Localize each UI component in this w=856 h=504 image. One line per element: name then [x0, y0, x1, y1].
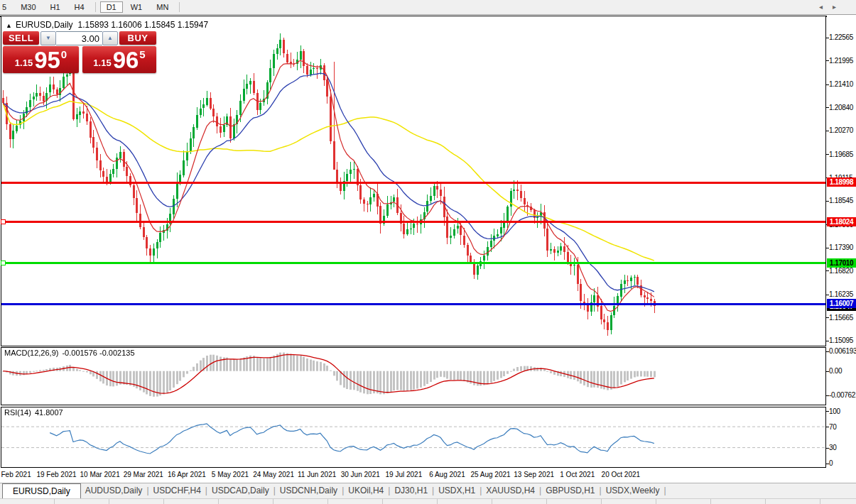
price-tickmark [826, 131, 829, 131]
rsi-tick-label: 100 [829, 407, 856, 415]
tab-usdx[interactable]: USDX,H1 [434, 483, 480, 498]
tab-scroll-left-icon[interactable]: ◂ [819, 3, 833, 11]
sell-price-pip: 0 [61, 48, 67, 60]
rsi-title: RSI(14) [4, 408, 31, 417]
tab-dj30[interactable]: DJ30,H1 [390, 483, 432, 498]
tab-usdcnh[interactable]: USDCNH,Daily [276, 483, 342, 498]
date-tick-label: 29 Mar 2021 [119, 471, 168, 478]
timeframe-button-h4[interactable]: H4 [68, 1, 91, 13]
rsi-value: 41.8007 [35, 408, 63, 417]
chart-legend: ▲EURUSD,Daily1.15893 1.16006 1.15845 1.1… [6, 20, 208, 30]
macd-tick-label: -0.007621 [829, 391, 856, 399]
terminal-window: 5M30H1H4D1W1MN ▲EURUSD,Daily1.15893 1.16… [0, 0, 856, 504]
macd-tick-label: 0.006193 [829, 347, 856, 355]
hline-price-tag: 1.18024 [827, 217, 856, 226]
volume-input[interactable] [56, 31, 102, 45]
rsi-indicator-label: RSI(14)41.8007 [4, 408, 63, 417]
price-tick-label: 1.20840 [829, 104, 856, 111]
tab-scroll-arrows[interactable]: ◂▸ [819, 3, 846, 11]
date-tick-label: 24 May 2021 [249, 471, 298, 478]
date-tick-label: 25 Aug 2021 [466, 471, 516, 478]
sell-button[interactable]: SELL [3, 31, 39, 45]
price-tickmark [826, 270, 829, 271]
price-tickmark [826, 60, 829, 61]
timeframe-button-mn[interactable]: MN [150, 1, 175, 13]
timeframe-button-d1[interactable]: D1 [100, 1, 123, 13]
date-tick-label: 11 Jun 2021 [292, 471, 342, 478]
chart-tab-bar: EURUSD,DailyAUDUSD,Daily|USDCHF,H4|USDCA… [0, 483, 856, 498]
date-tick-label: 30 Jun 2021 [335, 471, 385, 478]
timeframe-button-h1[interactable]: H1 [44, 1, 67, 13]
price-tick-label: 1.21995 [829, 57, 856, 65]
price-tickmark [826, 201, 829, 202]
price-tick-label: 1.16820 [829, 267, 856, 275]
timeframe-button-m30[interactable]: M30 [14, 1, 42, 13]
sell-price-button[interactable]: 1.15 95 0 [3, 46, 79, 73]
tab-gbpusd[interactable]: GBPUSD,H1 [541, 483, 599, 498]
timeframe-button-5[interactable]: 5 [1, 1, 13, 13]
buy-price-button[interactable]: 1.15 96 5 [82, 46, 156, 73]
price-tickmark [826, 107, 829, 108]
date-tick-label: 10 Mar 2021 [75, 471, 125, 478]
hline-price-tag: 1.17010 [827, 258, 856, 268]
buy-price-big: 96 [113, 50, 139, 71]
tab-usdchf[interactable]: USDCHF,H4 [149, 483, 205, 498]
volume-decrease-button[interactable]: ▼ [40, 31, 56, 45]
rsi-tickmark [826, 411, 829, 412]
sell-price-prefix: 1.15 [15, 57, 33, 68]
date-tick-label: 6 Aug 2021 [422, 471, 472, 478]
date-tick-label: 20 Oct 2021 [596, 471, 646, 478]
tab-usdcad[interactable]: USDCAD,Daily [207, 483, 273, 498]
timeframe-button-w1[interactable]: W1 [124, 1, 149, 13]
date-tick-label: 1 Oct 2021 [553, 471, 602, 478]
buy-price-prefix: 1.15 [93, 57, 111, 68]
tab-ukoil[interactable]: UKOil,H4 [344, 483, 388, 498]
time-axis: 1 Feb 202119 Feb 202110 Mar 202129 Mar 2… [0, 468, 856, 483]
toolbar-separator [95, 2, 96, 12]
price-tick-label: 1.21410 [829, 80, 856, 88]
sell-price-big: 95 [34, 50, 60, 71]
rsi-tick-label: 30 [829, 444, 856, 451]
date-tick-label: 13 Sep 2021 [509, 471, 559, 478]
price-tickmark [826, 84, 829, 85]
tab-audusd[interactable]: AUDUSD,Daily [81, 483, 147, 498]
price-tick-label: 1.22565 [829, 33, 856, 41]
macd-title: MACD(12,26,9) [4, 349, 58, 357]
macd-tickmark [826, 351, 829, 352]
price-tick-label: 1.16235 [829, 290, 856, 298]
tab-usdx[interactable]: USDX,Weekly [602, 483, 664, 498]
tab-eurusd[interactable]: EURUSD,Daily [2, 483, 81, 498]
volume-spinner: ▼ ▲ [40, 31, 118, 45]
tab-xauusd[interactable]: XAUUSD,H4 [482, 483, 539, 498]
status-bar [0, 498, 856, 504]
chart-symbol-label: EURUSD,Daily [16, 20, 73, 30]
price-tickmark [826, 341, 829, 341]
chart-ohlc-values: 1.15893 1.16006 1.15845 1.15947 [78, 20, 209, 30]
macd-indicator-label: MACD(12,26,9)-0.001576 -0.002135 [4, 349, 135, 357]
price-tickmark [826, 38, 829, 38]
macd-tickmark [826, 371, 829, 372]
rsi-canvas[interactable] [1, 407, 825, 467]
price-tick-label: 1.17390 [829, 243, 856, 251]
date-tick-label: 19 Jul 2021 [379, 471, 428, 478]
tab-separator: | [663, 483, 666, 498]
macd-tick-label: 0.00 [829, 367, 856, 375]
price-tick-label: 1.15665 [829, 314, 856, 322]
one-click-trading-panel: SELL ▼ ▲ BUY 1.15 95 0 1.15 96 5 [3, 31, 156, 73]
volume-increase-button[interactable]: ▲ [102, 31, 118, 45]
hline-drag-handle[interactable] [1, 261, 6, 265]
tab-scroll-right-icon[interactable]: ▸ [833, 3, 846, 11]
collapse-arrow-icon[interactable]: ▲ [6, 22, 12, 29]
rsi-tickmark [826, 427, 829, 427]
date-tick-label: 5 May 2021 [205, 471, 255, 478]
date-tick-label: 16 Apr 2021 [162, 471, 212, 478]
hline-price-tag: 1.16007 [827, 299, 856, 308]
hline-drag-handle[interactable] [1, 219, 6, 224]
rsi-tickmark [826, 448, 829, 449]
date-tick-label: 19 Feb 2021 [32, 471, 82, 478]
price-tick-label: 1.18545 [829, 197, 856, 204]
price-tick-label: 1.19685 [829, 150, 856, 158]
rsi-tick-label: 0 [829, 459, 856, 467]
buy-button[interactable]: BUY [119, 31, 156, 45]
buy-price-pip: 5 [139, 48, 145, 60]
